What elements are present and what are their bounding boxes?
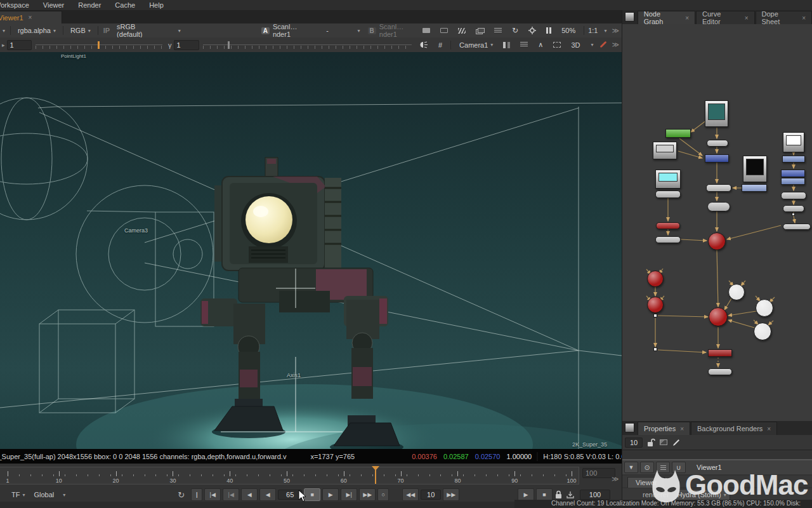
stop-button[interactable]: ■ — [304, 488, 320, 501]
graph-node-rect[interactable] — [665, 129, 691, 138]
graph-node-pill[interactable] — [656, 222, 680, 229]
graph-node-thumb[interactable] — [783, 132, 804, 152]
decrement-button[interactable]: ◀◀ — [402, 488, 419, 501]
frame-increment-field[interactable]: 10 — [421, 490, 441, 500]
display-list-button[interactable] — [516, 39, 532, 51]
lock-icon[interactable] — [554, 490, 563, 499]
viewer-3d-canvas[interactable]: PointLight1 Camera3 Axis1 2K_Super_35 — [0, 52, 622, 449]
graph-node-rect[interactable] — [781, 170, 805, 177]
chevron-down-icon[interactable]: ▾ — [604, 28, 606, 34]
pause-button[interactable] — [542, 25, 555, 36]
tf-dropdown[interactable]: TF ▾ — [8, 489, 29, 500]
scanline-button[interactable] — [490, 25, 506, 36]
range-end-top-field[interactable]: 100 — [582, 468, 615, 478]
graph-node-sq[interactable] — [653, 347, 657, 351]
play-backward-button[interactable]: ◀ — [241, 488, 258, 501]
grid-button[interactable]: # — [435, 39, 446, 51]
current-frame-field[interactable]: 65 — [278, 490, 302, 500]
range-end-field[interactable]: 100 — [580, 490, 610, 500]
graph-node-circle[interactable] — [647, 271, 664, 287]
graph-node-rect[interactable] — [781, 178, 805, 185]
camera-dropdown[interactable]: Camera1 ▾ — [455, 39, 497, 51]
wipe-button[interactable] — [454, 25, 469, 36]
clamp-button[interactable]: ∪ — [672, 462, 686, 473]
graph-node-round[interactable] — [707, 202, 730, 211]
graph-node-thumb[interactable] — [655, 170, 681, 189]
graph-node-thumb[interactable] — [705, 100, 728, 127]
graph-node-pill[interactable] — [707, 140, 728, 147]
input-process-toggle[interactable]: IP — [103, 27, 110, 34]
graph-node-rect[interactable] — [705, 154, 729, 163]
graph-node-circle[interactable] — [728, 284, 745, 300]
refresh-button[interactable]: ↻ — [508, 25, 522, 36]
gain-display-button[interactable] — [419, 25, 434, 36]
increment-button[interactable]: ▶▶ — [443, 488, 459, 501]
graph-node-circle[interactable] — [709, 307, 728, 326]
center-node-button[interactable]: ⊙ — [640, 462, 654, 473]
max-panels-field[interactable]: 10 — [625, 438, 643, 448]
zoom-level-dropdown[interactable]: 50% — [558, 25, 579, 36]
gamma-slider[interactable] — [203, 41, 412, 49]
range-lock-button[interactable]: | — [191, 488, 202, 501]
graph-node-circle[interactable] — [647, 297, 664, 313]
play-button[interactable]: ▶ — [322, 488, 339, 501]
float-panel-button[interactable] — [656, 462, 670, 473]
display-channel-dropdown[interactable]: RGB ▾ — [67, 25, 95, 36]
gain-input[interactable]: 1 — [7, 40, 32, 50]
graph-node-rect[interactable] — [708, 349, 732, 357]
save-tray-icon[interactable] — [566, 491, 575, 498]
selection-mode-button[interactable] — [549, 39, 565, 51]
step-back-button[interactable]: ◀ — [259, 488, 276, 501]
unlock-icon[interactable] — [647, 438, 655, 447]
tab-dope-sheet[interactable]: Dope Sheet × — [756, 11, 812, 24]
graph-node-sq[interactable] — [792, 213, 795, 216]
menu-cache[interactable]: Cache — [115, 1, 135, 9]
snapshot-icon[interactable] — [660, 439, 667, 445]
chevron-down-icon[interactable]: ▾ — [591, 42, 593, 48]
view-mode-dropdown[interactable]: 3D — [567, 39, 584, 51]
graph-node-sq[interactable] — [653, 314, 657, 318]
graph-node-pill[interactable] — [655, 190, 681, 198]
wireframe-button[interactable]: ∧ — [534, 39, 547, 51]
collapse-timeline-icon[interactable]: ≫ — [612, 475, 619, 483]
chevron-down-icon[interactable]: ▾ — [3, 28, 5, 34]
menu-workspace[interactable]: Workspace — [0, 1, 29, 9]
graph-node-pill[interactable] — [708, 368, 732, 375]
gain-arrow-icon[interactable]: ▸ — [2, 42, 5, 48]
update-button[interactable] — [525, 25, 540, 36]
loop-toggle-button[interactable]: ○ — [377, 488, 389, 501]
collapse-toolbar-icon[interactable]: ≫ — [612, 41, 619, 49]
input-b-badge[interactable]: B — [368, 27, 376, 34]
pen-icon[interactable] — [599, 41, 608, 49]
pane-menu-icon[interactable] — [625, 12, 634, 22]
close-icon[interactable]: × — [680, 425, 684, 432]
flipbook-button[interactable]: ▶ — [518, 488, 534, 501]
gamma-display-button[interactable] — [436, 25, 452, 36]
goto-start-button[interactable]: |◀ — [204, 488, 221, 501]
tab-node-graph[interactable]: Node Graph × — [638, 11, 695, 24]
graph-node-circle[interactable] — [708, 232, 726, 250]
graph-node-pill[interactable] — [783, 224, 811, 230]
graph-node-pill[interactable] — [781, 192, 806, 199]
close-icon[interactable]: × — [685, 15, 689, 22]
collapse-panel-button[interactable]: ▼ — [624, 462, 638, 473]
gamma-input[interactable]: 1 — [174, 40, 199, 50]
menu-help[interactable]: Help — [149, 1, 164, 9]
tab-viewer-settings[interactable]: Viewer — [627, 477, 665, 488]
input-b-value[interactable]: Scanl…nder1 — [379, 23, 418, 38]
frame-range-dropdown[interactable]: Global ▾ — [30, 489, 69, 500]
graph-node-thumb[interactable] — [653, 142, 677, 159]
tab-curve-editor[interactable]: Curve Editor × — [696, 11, 754, 24]
close-icon[interactable]: × — [767, 425, 771, 432]
gamma-slider-thumb[interactable] — [228, 41, 230, 49]
graph-node-pill[interactable] — [655, 236, 681, 243]
node-graph-canvas[interactable] — [622, 24, 812, 435]
graph-node-thumb[interactable] — [743, 156, 767, 182]
close-icon[interactable]: × — [802, 15, 806, 22]
menu-viewer[interactable]: Viewer — [43, 1, 64, 9]
graph-node-rect[interactable] — [782, 156, 805, 163]
lock-camera-button[interactable] — [499, 39, 514, 51]
graph-node-pill[interactable] — [783, 205, 804, 212]
tab-viewer1[interactable]: Viewer1 × — [0, 11, 62, 23]
graph-node-rect[interactable] — [742, 184, 767, 192]
